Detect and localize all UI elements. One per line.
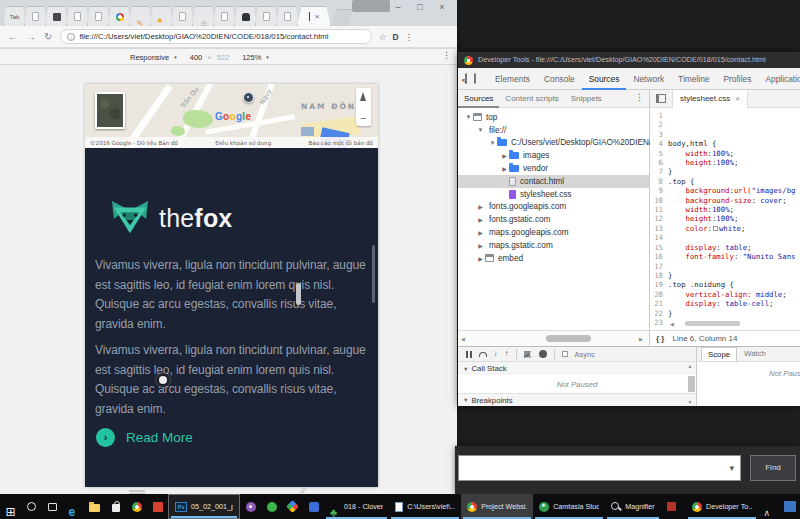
devtools-tab-profiles[interactable]: Profiles [716,68,758,90]
deactivate-breakpoints-icon[interactable] [524,351,532,358]
devtools-tab-elements[interactable]: Elements [488,68,537,90]
page-scrollbar-thumb[interactable] [372,245,375,303]
step-over-icon[interactable] [479,352,487,357]
find-input[interactable]: ▾ [458,455,741,481]
minimize-button[interactable]: – [387,1,409,14]
bookmark-star-icon[interactable]: ☆ [378,32,386,42]
tray-chevron[interactable] [758,494,779,519]
blue-app-icon[interactable] [303,494,324,519]
scroll-left-arrow[interactable]: ◀ [461,336,468,342]
map-compass-icon[interactable] [360,92,366,101]
pause-on-exceptions-icon[interactable] [539,350,547,358]
format-code-icon[interactable]: { } [656,334,664,343]
navigator-tab-snippets[interactable]: Snippets [565,90,608,108]
tab-pencil[interactable] [129,6,152,26]
editor-horizontal-scrollbar[interactable]: ◀ [670,320,798,327]
site-logo[interactable]: thefox [111,200,232,236]
tree-item-embed[interactable]: ▶embed [458,252,649,265]
debugger-vertical-scrollbar[interactable]: ▲ ▼ [687,363,695,405]
task-developer-tools[interactable]: Developer To... [686,494,758,519]
tab-active[interactable]: × [297,6,331,26]
call-stack-section-header[interactable]: ▼ Call Stack [458,362,696,375]
edge-icon[interactable] [63,494,84,519]
tab-page[interactable] [87,6,110,26]
tab-asterisk[interactable] [150,6,173,26]
zoom-select[interactable]: 125% [242,53,261,62]
page-info-icon[interactable]: i [67,33,75,41]
file-explorer-icon[interactable] [84,494,105,519]
tab-google[interactable] [108,6,131,26]
green-app-icon[interactable] [261,494,282,519]
store-icon[interactable] [105,494,126,519]
cortana-button[interactable] [21,494,42,519]
tab-scope[interactable]: Scope [701,347,737,361]
tab-page[interactable] [171,6,194,26]
step-into-icon[interactable]: ↓ [494,349,498,359]
scroll-down-arrow[interactable]: ▼ [688,399,695,405]
viewport-height-input[interactable]: 522 [217,53,230,62]
task-project-website[interactable]: Project Websi... [461,494,533,519]
zoom-out-button[interactable]: − [356,113,371,124]
tree-item-file-[interactable]: ▼file:// [458,124,649,137]
task-camtasia[interactable]: Camtasia Stud... [533,494,605,519]
address-bar[interactable]: i file:///C:/Users/viet/Desktop/GIAO%20D… [60,29,372,44]
tree-item-maps-gstatic-com[interactable]: ▶maps.gstatic.com [458,239,649,252]
tab-page[interactable] [66,6,89,26]
editor-tab-stylesheet[interactable]: stylesheet.css × [672,90,748,108]
close-button[interactable]: × [431,1,453,14]
navigator-menu-icon[interactable]: ⋮ [635,92,644,102]
task-magnifier[interactable]: Magnifier [605,494,661,519]
tab-page[interactable] [276,6,299,26]
pause-script-icon[interactable] [466,351,472,358]
task-clover[interactable]: 018 - Clover [324,494,389,519]
tree-item-vendor[interactable]: ▶vendor [458,162,649,175]
async-checkbox[interactable] [562,351,568,357]
scrollbar-thumb[interactable] [685,321,740,326]
google-logo[interactable]: Google [215,111,251,122]
red-app-icon[interactable] [147,494,168,519]
forward-icon[interactable]: → [26,31,36,42]
scroll-left-arrow[interactable]: ◀ [670,321,677,327]
device-toolbar-menu-icon[interactable]: ⋮ [442,50,451,60]
map-marker[interactable] [243,92,254,103]
device-mode-select[interactable]: Responsive [130,53,169,62]
tab-close-icon[interactable]: × [735,94,740,103]
task-file-window[interactable]: C:\Users\viet\... [389,494,461,519]
read-more-link[interactable]: › Read More [96,428,193,447]
scroll-right-arrow[interactable]: ▶ [639,336,646,342]
tree-item-stylesheet-css[interactable]: stylesheet.css [458,188,649,201]
idm-extension-icon[interactable]: D [392,32,398,42]
viewport-width-input[interactable]: 400 [190,53,203,62]
map-terms-link[interactable]: Điều khoản sử dụng [215,140,271,146]
viber-icon[interactable] [240,494,261,519]
task-view-button[interactable] [42,494,63,519]
devtools-tab-timeline[interactable]: Timeline [671,68,716,90]
tree-item-images[interactable]: ▶images [458,149,649,162]
tree-item-fonts-googleapis-com[interactable]: ▶fonts.googleapis.com [458,201,649,214]
chevron-down-icon[interactable]: ▾ [729,463,734,473]
color-swatch[interactable] [713,226,718,231]
browser-menu-icon[interactable]: ⋮ [405,32,414,42]
tab-dark[interactable] [45,6,68,26]
new-tab-button[interactable] [331,9,353,26]
code-content[interactable]: 1234body,html {5 width:100%;6 height:100… [650,108,800,327]
map-report-link[interactable]: Báo cáo một lỗi bản đồ [308,140,373,146]
tab-page[interactable] [213,6,236,26]
step-out-icon[interactable]: ↑ [505,349,509,359]
task-photoshop-file[interactable]: Ps05_02_001_ps... [168,494,240,519]
tab-page[interactable] [255,6,278,26]
inspect-element-icon[interactable] [465,73,467,84]
viewport-resize-handle-right[interactable] [296,283,301,305]
hide-navigator-icon[interactable] [656,94,666,103]
url-text[interactable]: file:///C:/Users/viet/Desktop/GIAO%20DIE… [79,32,328,41]
tree-item-top[interactable]: ▼top [458,111,649,124]
scroll-up-arrow[interactable]: ▲ [688,363,695,369]
tab-close-icon[interactable]: × [315,12,320,21]
maximize-button[interactable]: □ [409,1,431,14]
code-editor-pane[interactable]: stylesheet.css × 1234body,html {5 width:… [650,90,800,330]
device-toolbar-toggle-icon[interactable] [474,73,476,84]
scrollbar-thumb[interactable] [546,335,591,342]
breakpoints-section-header[interactable]: ▼ Breakpoints [458,393,696,406]
chrome-icon[interactable] [126,494,147,519]
devtools-tab-console[interactable]: Console [537,68,582,90]
